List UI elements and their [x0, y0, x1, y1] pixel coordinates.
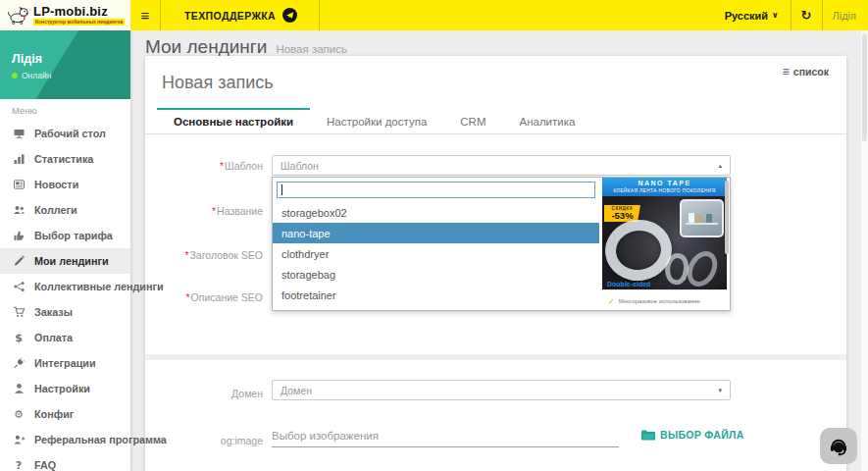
tab-main-settings[interactable]: Основные настройки	[157, 108, 310, 133]
section-divider	[145, 354, 846, 360]
tab-crm[interactable]: CRM	[443, 108, 502, 133]
required-mark: *	[184, 249, 188, 261]
domain-select-placeholder: Домен	[281, 385, 312, 396]
dropdown-scrollbar[interactable]	[725, 181, 729, 254]
menu-section-label: Меню	[12, 105, 37, 116]
preview-image: СКИДКА -53% Double-sided	[602, 196, 727, 289]
thumb-up-icon	[12, 230, 26, 241]
option-clothdryer[interactable]: clothdryer	[273, 243, 599, 264]
logo-tagline: Конструктор мобильных лендингов	[33, 19, 125, 26]
gears-icon: ⚙	[12, 408, 26, 421]
topbar-divider	[319, 0, 320, 30]
users-icon	[12, 204, 26, 216]
page-scrollbar[interactable]	[861, 30, 868, 471]
top-bar: LP-mobi.biz Конструктор мобильных лендин…	[0, 0, 868, 30]
option-storagebox02[interactable]: storagebox02	[273, 202, 599, 223]
news-icon	[12, 179, 26, 190]
dropdown-search-input[interactable]	[277, 182, 595, 198]
refresh-icon[interactable]: ↻	[791, 0, 822, 30]
question-icon: ?	[12, 459, 26, 471]
discount-badge-value: -53%	[604, 211, 640, 220]
preview-subtitle: КЛЕЙКАЯ ЛЕНТА НОВОГО ПОКОЛЕНИЯ	[602, 187, 727, 194]
sidebar-item-payment[interactable]: $ Оплата	[0, 325, 130, 350]
sidebar-item-collective-landings[interactable]: Коллективные лендинги	[0, 274, 130, 299]
seo-description-label: *Описание SEO	[155, 291, 263, 303]
sidebar-item-colleagues[interactable]: Коллеги	[0, 197, 130, 223]
sidebar-item-orders[interactable]: Заказы	[0, 299, 130, 325]
sidebar-item-label: Интеграции	[34, 357, 96, 369]
sidebar-item-statistics[interactable]: Статистика	[0, 146, 130, 172]
sidebar-item-label: Оплата	[34, 332, 73, 343]
seo-title-label: *Заголовок SEO	[155, 249, 263, 261]
choose-file-button[interactable]: ВЫБОР ФАЙЛА	[641, 429, 744, 441]
dog-logo-icon	[7, 6, 29, 25]
bar-chart-icon	[12, 153, 26, 165]
sidebar-item-tariff[interactable]: Выбор тарифа	[0, 223, 130, 248]
card-title: Новая запись	[162, 73, 274, 93]
sidebar-item-label: FAQ	[34, 459, 56, 471]
scrollbar-thumb[interactable]	[862, 33, 867, 141]
choose-file-label: ВЫБОР ФАЙЛА	[660, 429, 744, 441]
sidebar-item-integrations[interactable]: Интеграции	[0, 350, 130, 376]
option-storagebag[interactable]: storagebag	[273, 264, 599, 285]
option-nano-tape[interactable]: nano-tape	[273, 223, 599, 243]
pencil-icon	[12, 255, 26, 267]
sidebar-item-news[interactable]: Новости	[0, 172, 130, 197]
template-label: *Шаблон	[155, 160, 263, 172]
support-label: ТЕХПОДДЕРЖКА	[184, 10, 276, 22]
required-mark: *	[212, 205, 216, 217]
person-icon	[12, 383, 26, 394]
required-mark: *	[220, 160, 224, 172]
sidebar-item-label: Новости	[34, 179, 78, 190]
template-dropdown: storagebox02 nano-tape clothdryer storag…	[272, 177, 731, 311]
preview-title: NANO TAPE	[602, 180, 727, 187]
share-icon	[12, 281, 26, 292]
cart-icon	[12, 306, 26, 318]
domain-select[interactable]: Домен ▾	[272, 380, 731, 400]
sidebar-item-config[interactable]: ⚙ Конфиг	[0, 401, 130, 427]
logo[interactable]: LP-mobi.biz Конструктор мобильных лендин…	[0, 0, 130, 30]
sidebar-item-label: Заказы	[34, 306, 73, 318]
user-panel: Лідія Онлайн	[0, 30, 130, 99]
sidebar-item-referral[interactable]: Реферальная программа	[0, 427, 130, 452]
plug-icon	[12, 357, 26, 369]
chevron-down-icon: ∨	[772, 11, 779, 20]
check-icon: ✓	[608, 297, 615, 306]
language-selector[interactable]: Русский ∨	[713, 0, 791, 30]
tab-bar: Основные настройки Настройки доступа CRM…	[145, 108, 846, 134]
hamburger-menu-icon[interactable]: ≡	[130, 0, 160, 30]
page-subtitle: Новая запись	[276, 43, 347, 55]
user-name: Лідія	[12, 52, 42, 66]
breadcrumb: Мои лендинги Новая запись	[145, 36, 347, 58]
option-springclothes[interactable]: springclothes	[273, 305, 599, 311]
list-button[interactable]: ≡ список	[783, 65, 829, 78]
name-label: *Название	[155, 205, 263, 217]
tab-access-settings[interactable]: Настройки доступа	[310, 108, 443, 133]
headset-icon	[828, 436, 849, 456]
telegram-icon	[282, 8, 297, 23]
sidebar-item-label: Конфиг	[34, 408, 74, 420]
user-status-label: Онлайн	[22, 71, 51, 80]
topbar-username[interactable]: Лідія	[823, 0, 868, 30]
user-status: Онлайн	[12, 71, 51, 80]
sidebar-item-my-landings[interactable]: Мои лендинги	[0, 248, 130, 274]
language-label: Русский	[725, 10, 768, 22]
tab-analytics[interactable]: Аналитика	[502, 108, 591, 133]
sidebar-item-faq[interactable]: ? FAQ	[0, 452, 130, 471]
og-image-input[interactable]: Выбор изображения	[272, 421, 619, 447]
chat-widget[interactable]	[820, 428, 857, 464]
sidebar-item-label: Реферальная программа	[34, 434, 167, 445]
sidebar-item-settings[interactable]: Настройки	[0, 376, 130, 401]
template-select[interactable]: Шаблон ▴	[272, 155, 731, 176]
og-image-label: og:image	[155, 435, 263, 446]
text-cursor	[281, 184, 282, 195]
sidebar-item-label: Мои лендинги	[34, 255, 109, 267]
template-select-placeholder: Шаблон	[281, 160, 319, 172]
sidebar-item-label: Настройки	[34, 383, 90, 394]
person-plus-icon	[12, 434, 26, 445]
support-button[interactable]: ТЕХПОДДЕРЖКА	[161, 0, 319, 30]
sidebar-item-desktop[interactable]: Рабочий стол	[0, 121, 130, 146]
caret-up-icon: ▴	[718, 162, 722, 170]
option-footretainer[interactable]: footretainer	[273, 285, 599, 305]
sidebar-menu: Рабочий стол Статистика Новости Коллеги …	[0, 121, 130, 471]
